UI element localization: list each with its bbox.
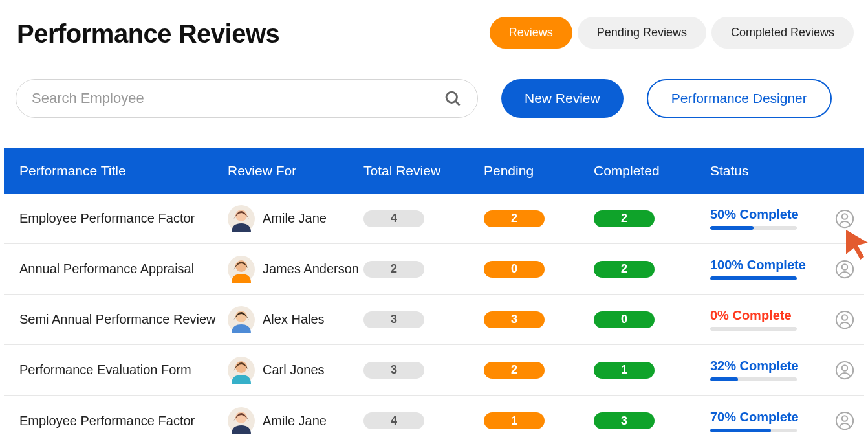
total-cell: 4 <box>363 412 484 429</box>
total-cell: 3 <box>363 362 484 379</box>
status-cell: 32% Complete <box>710 359 825 381</box>
row-action-button[interactable] <box>825 310 864 329</box>
cursor-pointer-icon <box>846 230 868 260</box>
avatar <box>228 357 255 384</box>
completed-cell: 0 <box>594 311 710 328</box>
tab-bar: ReviewsPending ReviewsCompleted Reviews <box>490 17 854 49</box>
table-row: Semi Annual Performance Review Alex Hale… <box>4 295 864 345</box>
completed-pill: 3 <box>594 412 655 429</box>
tab-completed-reviews[interactable]: Completed Reviews <box>711 17 854 49</box>
svg-point-13 <box>842 315 848 320</box>
avatar <box>228 306 255 333</box>
status-cell: 70% Complete <box>710 410 825 432</box>
pending-pill: 2 <box>484 362 545 379</box>
pending-cell: 0 <box>484 261 594 278</box>
progress-bar <box>710 429 797 432</box>
col-header: Pending <box>484 163 594 179</box>
employee-cell: Carl Jones <box>228 357 363 384</box>
table-row: Employee Performance Factor Amile Jane 4… <box>4 396 864 435</box>
completed-pill: 0 <box>594 311 655 328</box>
employee-name: Carl Jones <box>263 362 325 377</box>
total-pill: 2 <box>363 261 424 278</box>
performance-title-cell: Semi Annual Performance Review <box>19 312 228 327</box>
tab-pending-reviews[interactable]: Pending Reviews <box>578 17 706 49</box>
table-row: Performance Evaluation Form Carl Jones 3… <box>4 345 864 396</box>
status-text: 100% Complete <box>710 258 825 273</box>
table-row: Annual Performance Appraisal James Ander… <box>4 244 864 295</box>
table-row: Employee Performance Factor Amile Jane 4… <box>4 194 864 244</box>
table-header: Performance TitleReview ForTotal ReviewP… <box>4 148 864 194</box>
avatar <box>228 407 255 434</box>
progress-bar <box>710 226 797 230</box>
performance-title-cell: Annual Performance Appraisal <box>19 262 228 276</box>
completed-cell: 3 <box>594 412 710 429</box>
progress-bar <box>710 377 797 381</box>
status-text: 32% Complete <box>710 359 825 374</box>
status-cell: 50% Complete <box>710 207 825 230</box>
col-header: Completed <box>594 163 710 179</box>
row-action-button[interactable] <box>825 209 864 229</box>
pending-cell: 3 <box>484 311 594 328</box>
col-header: Review For <box>228 163 363 179</box>
employee-name: Alex Hales <box>263 312 325 327</box>
col-header: Performance Title <box>19 163 228 179</box>
status-text: 0% Complete <box>710 308 825 323</box>
pending-cell: 2 <box>484 210 594 227</box>
search-input[interactable] <box>32 90 444 107</box>
progress-bar <box>710 276 797 280</box>
employee-cell: Alex Hales <box>228 306 363 333</box>
completed-pill: 1 <box>594 362 655 379</box>
total-pill: 4 <box>363 412 424 429</box>
new-review-button[interactable]: New Review <box>501 79 624 118</box>
total-cell: 4 <box>363 210 484 227</box>
tab-reviews[interactable]: Reviews <box>490 17 572 49</box>
avatar <box>228 256 255 283</box>
employee-cell: Amile Jane <box>228 407 363 434</box>
completed-pill: 2 <box>594 210 655 227</box>
pending-pill: 0 <box>484 261 545 278</box>
row-action-button[interactable] <box>825 411 864 430</box>
status-text: 50% Complete <box>710 207 825 222</box>
performance-title-cell: Employee Performance Factor <box>19 211 228 226</box>
completed-pill: 2 <box>594 261 655 278</box>
svg-line-1 <box>455 101 459 105</box>
total-pill: 3 <box>363 362 424 379</box>
pending-cell: 1 <box>484 412 594 429</box>
search-employee-field[interactable] <box>16 79 478 118</box>
employee-name: Amile Jane <box>263 414 327 429</box>
col-header: Status <box>710 163 825 179</box>
search-icon <box>444 89 462 107</box>
performance-title-cell: Employee Performance Factor <box>19 414 228 429</box>
total-pill: 4 <box>363 210 424 227</box>
pending-pill: 2 <box>484 210 545 227</box>
svg-point-0 <box>446 92 457 102</box>
performance-title-cell: Performance Evaluation Form <box>19 362 228 377</box>
employee-cell: James Anderson <box>228 256 363 283</box>
status-cell: 100% Complete <box>710 258 825 280</box>
employee-name: James Anderson <box>263 262 359 276</box>
col-header: Total Review <box>363 163 484 179</box>
svg-point-17 <box>842 365 848 371</box>
completed-cell: 2 <box>594 210 710 227</box>
completed-cell: 1 <box>594 362 710 379</box>
employee-name: Amile Jane <box>263 211 327 226</box>
employee-cell: Amile Jane <box>228 205 363 232</box>
svg-point-9 <box>842 264 848 270</box>
row-action-button[interactable] <box>825 361 864 380</box>
row-action-button[interactable] <box>825 260 864 279</box>
total-cell: 2 <box>363 261 484 278</box>
avatar <box>228 205 255 232</box>
total-cell: 3 <box>363 311 484 328</box>
pending-pill: 1 <box>484 412 545 429</box>
status-text: 70% Complete <box>710 410 825 425</box>
performance-designer-button[interactable]: Performance Designer <box>647 79 832 118</box>
pending-cell: 2 <box>484 362 594 379</box>
reviews-table: Performance TitleReview ForTotal ReviewP… <box>4 148 864 435</box>
svg-point-21 <box>842 416 848 421</box>
status-cell: 0% Complete <box>710 308 825 331</box>
progress-bar <box>710 327 797 331</box>
toolbar: New Review Performance Designer <box>16 79 854 118</box>
total-pill: 3 <box>363 311 424 328</box>
completed-cell: 2 <box>594 261 710 278</box>
svg-point-5 <box>842 214 848 219</box>
